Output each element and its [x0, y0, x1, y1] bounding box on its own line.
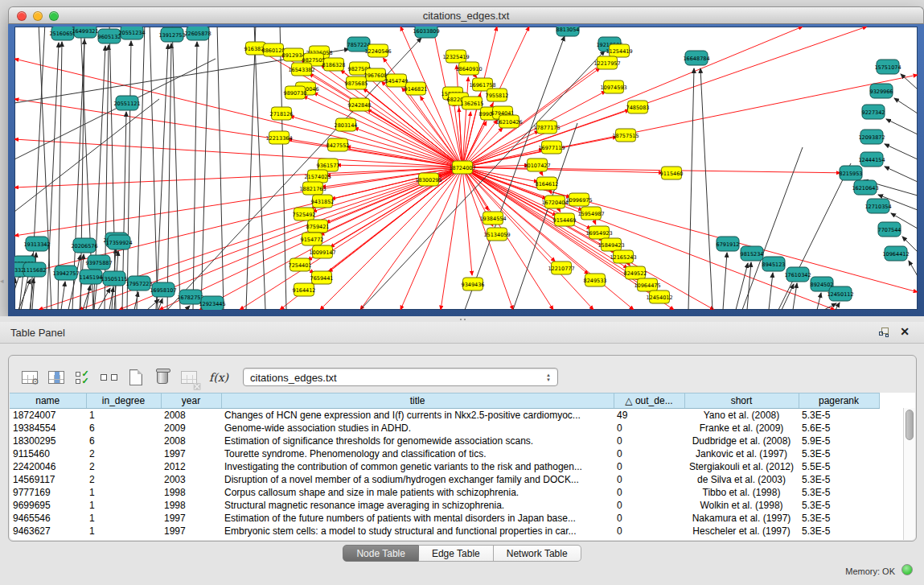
network-node[interactable]: 15134059: [483, 228, 510, 241]
network-edge[interactable]: [909, 261, 918, 276]
network-node[interactable]: 8249522: [624, 266, 647, 279]
table-cell[interactable]: Stergiakouli et al. (2012): [684, 460, 799, 473]
network-node[interactable]: 18724007: [449, 161, 475, 174]
network-edge[interactable]: [700, 68, 713, 310]
network-node[interactable]: 10974593: [600, 80, 626, 93]
table-row[interactable]: 1456911722003Disruption of a novel membe…: [10, 473, 904, 486]
table-cell[interactable]: 2009: [161, 422, 221, 435]
network-canvas[interactable]: 2516065016499321960513220551234139127532…: [14, 27, 918, 310]
table-cell[interactable]: 5.6E-5: [799, 422, 879, 435]
table-cell[interactable]: 9463627: [10, 525, 86, 538]
divider-grip-icon[interactable]: [459, 318, 466, 321]
table-cell[interactable]: 5.3E-5: [799, 512, 879, 525]
table-cell[interactable]: 2008: [161, 409, 221, 422]
table-cell[interactable]: Disruption of a novel member of a sodium…: [221, 473, 614, 486]
network-node[interactable]: 1145194: [80, 270, 103, 284]
table-cell[interactable]: 0: [614, 447, 684, 460]
split-divider[interactable]: [0, 316, 924, 322]
table-cell[interactable]: 0: [614, 473, 684, 486]
table-cell[interactable]: Embryonic stem cells: a model to study s…: [221, 525, 614, 538]
table-cell[interactable]: 0: [614, 512, 684, 525]
network-node[interactable]: 9154772: [301, 233, 324, 245]
network-node[interactable]: 7707544: [878, 222, 901, 237]
network-node[interactable]: 13912753: [158, 27, 185, 42]
network-node[interactable]: 13505115: [101, 271, 127, 286]
network-node[interactable]: 16210643: [852, 180, 878, 195]
network-edge[interactable]: [441, 167, 462, 310]
network-node[interactable]: 16543382: [288, 63, 314, 76]
tab-network-table[interactable]: Network Table: [494, 545, 581, 562]
tab-edge-table[interactable]: Edge Table: [419, 545, 494, 562]
network-node[interactable]: 12710354: [864, 199, 891, 213]
network-node[interactable]: 9164412: [293, 283, 316, 296]
network-node[interactable]: 16648784: [683, 51, 709, 65]
network-edge[interactable]: [156, 44, 168, 310]
table-cell[interactable]: Franke et al. (2009): [684, 422, 799, 435]
network-edge[interactable]: [885, 167, 918, 182]
table-cell[interactable]: Tourette syndrome. Phenomenology and cla…: [221, 447, 614, 460]
table-cell[interactable]: 9115460: [10, 447, 86, 460]
table-cell[interactable]: 2008: [161, 435, 221, 447]
network-node[interactable]: 7485083: [626, 101, 650, 113]
table-row[interactable]: 1872400712008Changes of HCN gene express…: [10, 409, 904, 422]
table-cell[interactable]: Estimation of the future numbers of pati…: [221, 512, 614, 525]
table-cell[interactable]: 1998: [161, 486, 221, 499]
network-edge[interactable]: [462, 167, 840, 173]
table-cell[interactable]: 49: [614, 409, 684, 422]
network-node[interactable]: 2803144: [335, 118, 358, 131]
network-node[interactable]: 20551234: [118, 27, 145, 39]
trash-icon[interactable]: [151, 366, 173, 388]
table-cell[interactable]: 0: [614, 525, 684, 538]
table-cell[interactable]: 0: [614, 499, 684, 512]
network-edge[interactable]: [127, 41, 131, 310]
table-cell[interactable]: Yano et al. (2008): [684, 409, 799, 422]
table-cell[interactable]: Tibbo et al. (1998): [684, 486, 799, 499]
column-header[interactable]: pagerank: [799, 393, 879, 409]
panel-collapse-arrow[interactable]: ◂: [0, 277, 4, 285]
network-node[interactable]: 10099147: [309, 245, 335, 258]
table-cell[interactable]: 5.3E-5: [799, 499, 879, 512]
network-node[interactable]: 12444154: [858, 152, 885, 167]
network-edge[interactable]: [894, 98, 918, 113]
table-row[interactable]: 1938455462009Genome-wide association stu…: [10, 422, 904, 435]
function-icon[interactable]: f(x): [209, 371, 228, 384]
table-cell[interactable]: 1997: [161, 447, 221, 460]
network-node[interactable]: 9154469: [553, 213, 577, 226]
table-cell[interactable]: Hescheler et al. (1997): [684, 525, 799, 538]
table-cell[interactable]: Investigating the contribution of common…: [221, 460, 614, 473]
network-edge[interactable]: [688, 68, 694, 310]
scrollbar-thumb[interactable]: [906, 410, 914, 440]
network-node[interactable]: 12450112: [827, 286, 853, 301]
network-edge[interactable]: [885, 144, 918, 159]
table-cell[interactable]: 5.5E-5: [799, 460, 879, 473]
network-edge[interactable]: [736, 263, 748, 310]
network-node[interactable]: 9605132: [98, 29, 121, 43]
table-cell[interactable]: 6: [86, 435, 161, 447]
network-edge[interactable]: [246, 27, 256, 310]
network-node[interactable]: 9146821: [405, 82, 428, 95]
column-header[interactable]: year: [161, 393, 221, 409]
network-node[interactable]: 18821763: [299, 182, 326, 195]
table-column-icon[interactable]: [45, 366, 67, 388]
table-cell[interactable]: 18300295: [10, 435, 86, 447]
network-node[interactable]: 9242848: [348, 98, 372, 111]
table-cell[interactable]: 9465546: [10, 512, 86, 525]
column-header[interactable]: name: [10, 393, 86, 409]
network-node[interactable]: 16210426: [495, 115, 522, 128]
network-node[interactable]: 1362615: [461, 97, 484, 109]
network-node[interactable]: 12923445: [199, 296, 225, 310]
table-cell[interactable]: Structural magnetic resonance image aver…: [221, 499, 614, 512]
table-cell[interactable]: 1: [86, 525, 161, 538]
network-node[interactable]: 12240546: [364, 44, 391, 57]
network-node[interactable]: 8945123: [762, 257, 786, 271]
network-node[interactable]: 9329966: [870, 84, 893, 98]
column-header[interactable]: △ out_de...: [614, 393, 684, 409]
network-node[interactable]: 7659441: [310, 271, 334, 284]
network-node[interactable]: 7525492: [293, 208, 316, 220]
table-cell[interactable]: 2012: [161, 460, 221, 473]
table-cell[interactable]: de Silva et al. (2003): [684, 473, 799, 486]
network-node[interactable]: 9349436: [462, 278, 485, 290]
network-edge[interactable]: [150, 27, 158, 310]
table-cell[interactable]: Estimation of significance thresholds fo…: [221, 435, 614, 447]
network-node[interactable]: 9890730: [284, 86, 307, 99]
